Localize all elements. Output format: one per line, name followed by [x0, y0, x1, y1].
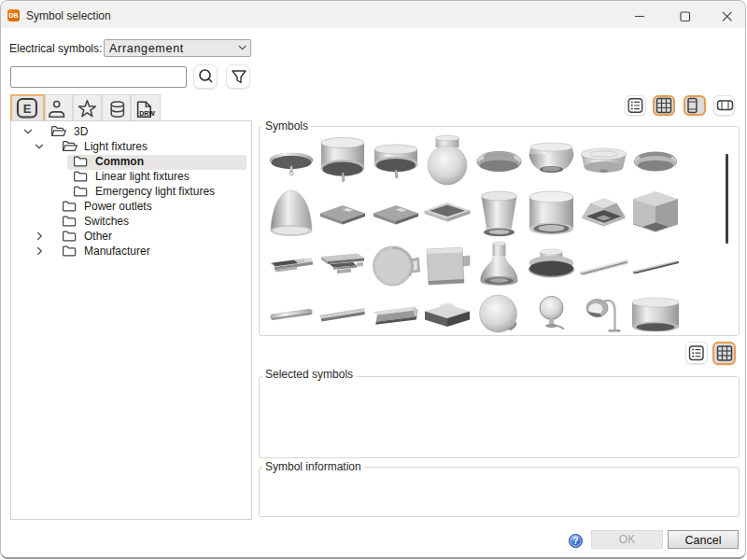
svg-text:DRW: DRW	[139, 110, 155, 117]
svg-text:E: E	[23, 102, 32, 116]
